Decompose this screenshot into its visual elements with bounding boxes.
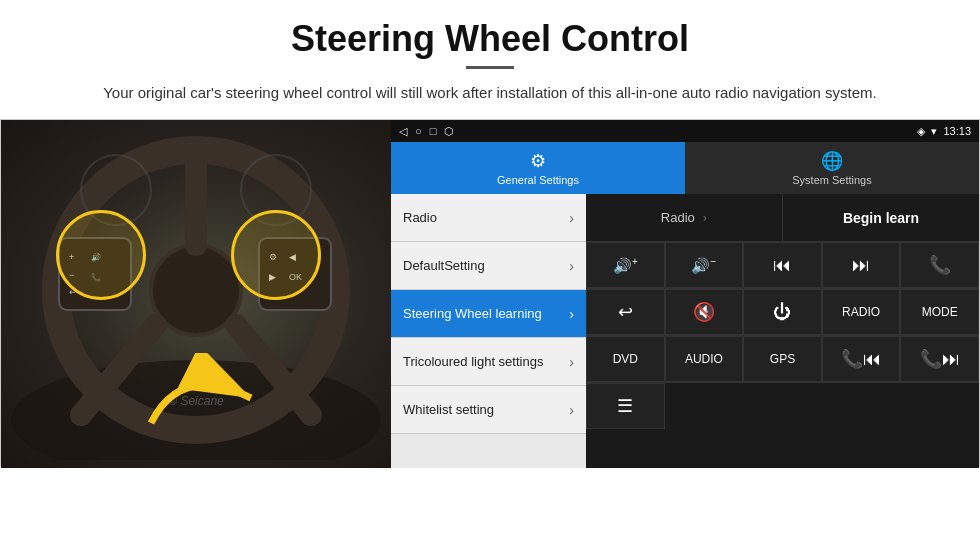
dvd-label: DVD (613, 352, 638, 366)
menu-steering-chevron: › (569, 306, 574, 322)
vol-up-icon: 🔊+ (613, 256, 638, 275)
menu-whitelist-label: Whitelist setting (403, 402, 569, 417)
radio-mode-label: RADIO (842, 305, 880, 319)
control-row-1: 🔊+ 🔊− ⏮ ⏭ 📞 (586, 242, 979, 289)
photo-side: + − 🔊 📞 ↩ ⚙ ◀ ▶ OK (1, 120, 391, 468)
clock: 13:13 (943, 125, 971, 137)
tel-prev-icon: 📞⏮ (841, 348, 881, 370)
prev-track-icon: ⏮ (773, 255, 791, 276)
control-row-4: ☰ (586, 383, 979, 429)
mute-button[interactable]: 🔇 (665, 289, 744, 335)
nav-recent-icon[interactable]: □ (430, 125, 437, 137)
menu-item-steering[interactable]: Steering Wheel learning › (391, 290, 586, 338)
menu-tricoloured-chevron: › (569, 354, 574, 370)
nav-back-icon[interactable]: ◁ (399, 125, 407, 138)
nav-home-icon[interactable]: ○ (415, 125, 422, 137)
general-settings-icon: ⚙ (530, 150, 546, 172)
menu-steering-label: Steering Wheel learning (403, 306, 569, 321)
mode-button[interactable]: MODE (900, 289, 979, 335)
tab-bar: ⚙ General Settings 🌐 System Settings (391, 142, 979, 194)
radio-mode-button[interactable]: RADIO (822, 289, 901, 335)
steering-wheel-bg: + − 🔊 📞 ↩ ⚙ ◀ ▶ OK (1, 120, 391, 468)
phone-button[interactable]: 📞 (900, 242, 979, 288)
page-title: Steering Wheel Control (0, 0, 980, 66)
tab-general-settings[interactable]: ⚙ General Settings (391, 142, 685, 194)
vol-down-button[interactable]: 🔊− (665, 242, 744, 288)
menu-radio-label: Radio (403, 210, 569, 225)
menu-item-tricoloured[interactable]: Tricoloured light settings › (391, 338, 586, 386)
radio-text: Radio (661, 210, 695, 225)
prev-track-button[interactable]: ⏮ (743, 242, 822, 288)
mute-icon: 🔇 (693, 301, 715, 323)
next-track-icon: ⏭ (852, 255, 870, 276)
title-divider (466, 66, 514, 69)
dvd-button[interactable]: DVD (586, 336, 665, 382)
status-right: ◈ ▾ 13:13 (917, 125, 971, 138)
menu-list: Radio › DefaultSetting › Steering Wheel … (391, 194, 586, 468)
gps-label: GPS (770, 352, 795, 366)
tel-next-button[interactable]: 📞⏭ (900, 336, 979, 382)
android-ui: ◁ ○ □ ⬡ ◈ ▾ 13:13 ⚙ General Settings 🌐 S… (391, 120, 979, 468)
location-icon: ◈ (917, 125, 925, 138)
page-subtitle: Your original car's steering wheel contr… (80, 81, 900, 105)
radio-chevron: › (703, 210, 707, 225)
menu-whitelist-chevron: › (569, 402, 574, 418)
radio-label: Radio › (586, 194, 783, 241)
next-track-button[interactable]: ⏭ (822, 242, 901, 288)
tel-prev-button[interactable]: 📞⏮ (822, 336, 901, 382)
right-panel: Radio › Begin learn 🔊+ 🔊− ⏮ (586, 194, 979, 468)
phone-icon: 📞 (929, 254, 951, 276)
power-button[interactable]: ⏻ (743, 289, 822, 335)
highlight-circle-left (56, 210, 146, 300)
status-left: ◁ ○ □ ⬡ (399, 125, 454, 138)
menu-radio-chevron: › (569, 210, 574, 226)
watermark: © Seicane (168, 394, 224, 408)
menu-item-radio[interactable]: Radio › (391, 194, 586, 242)
audio-button[interactable]: AUDIO (665, 336, 744, 382)
tab-system-label: System Settings (792, 174, 871, 186)
list-button[interactable]: ☰ (586, 383, 665, 429)
hang-up-button[interactable]: ↩ (586, 289, 665, 335)
tab-general-label: General Settings (497, 174, 579, 186)
mode-label: MODE (922, 305, 958, 319)
nav-menu-icon[interactable]: ⬡ (444, 125, 454, 138)
menu-default-chevron: › (569, 258, 574, 274)
control-row-2: ↩ 🔇 ⏻ RADIO MODE (586, 289, 979, 336)
begin-learn-button[interactable]: Begin learn (783, 194, 979, 241)
wifi-icon: ▾ (931, 125, 937, 138)
status-bar: ◁ ○ □ ⬡ ◈ ▾ 13:13 (391, 120, 979, 142)
menu-item-default[interactable]: DefaultSetting › (391, 242, 586, 290)
menu-item-whitelist[interactable]: Whitelist setting › (391, 386, 586, 434)
main-content: + − 🔊 📞 ↩ ⚙ ◀ ▶ OK (0, 119, 980, 467)
menu-default-label: DefaultSetting (403, 258, 569, 273)
list-icon: ☰ (617, 395, 633, 417)
control-row-3: DVD AUDIO GPS 📞⏮ 📞⏭ (586, 336, 979, 383)
hang-up-icon: ↩ (618, 301, 633, 323)
system-settings-icon: 🌐 (821, 150, 843, 172)
power-icon: ⏻ (773, 302, 791, 323)
audio-label: AUDIO (685, 352, 723, 366)
tab-system-settings[interactable]: 🌐 System Settings (685, 142, 979, 194)
vol-down-icon: 🔊− (691, 256, 716, 275)
android-main: Radio › DefaultSetting › Steering Wheel … (391, 194, 979, 468)
highlight-circle-right (231, 210, 321, 300)
vol-up-button[interactable]: 🔊+ (586, 242, 665, 288)
gps-button[interactable]: GPS (743, 336, 822, 382)
right-panel-row1: Radio › Begin learn (586, 194, 979, 242)
menu-tricoloured-label: Tricoloured light settings (403, 354, 569, 369)
tel-next-icon: 📞⏭ (920, 348, 960, 370)
